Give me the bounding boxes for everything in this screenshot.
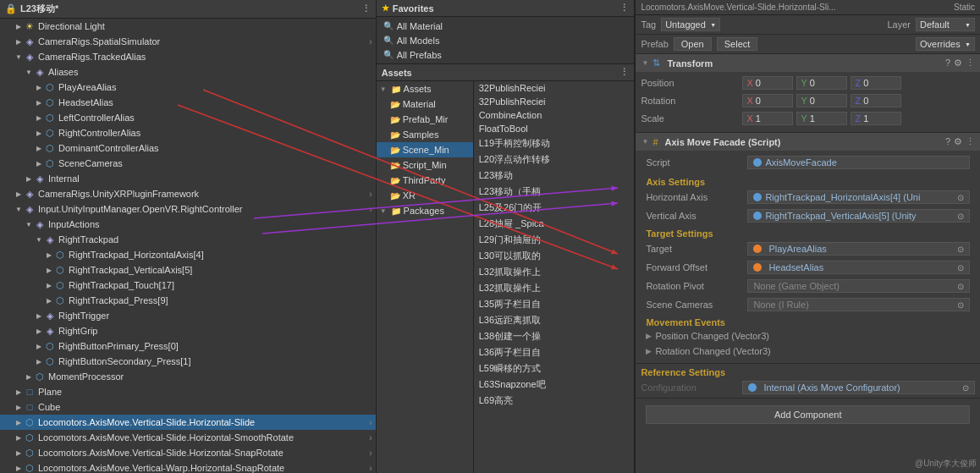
content-item-7[interactable]: L23移动（手柄 — [474, 184, 584, 200]
content-item-2[interactable]: CombineAction — [474, 108, 584, 122]
content-item-11[interactable]: L30可以抓取的 — [474, 248, 584, 264]
tree-item-moment-processor[interactable]: ▶⬡MomentProcessor — [0, 369, 376, 384]
pos-x-field[interactable]: X0 — [742, 76, 793, 90]
forward-offset-value-field[interactable]: HeadsetAlias ⊙ — [747, 261, 970, 274]
axis-info-icon[interactable]: ? — [945, 136, 950, 147]
content-item-17[interactable]: L36两子栏目自 — [474, 344, 584, 360]
prefab-open-btn[interactable]: Open — [674, 37, 712, 51]
content-item-6[interactable]: L23移动 — [474, 168, 584, 184]
content-item-10[interactable]: L29门和抽屉的 — [474, 232, 584, 248]
tree-item-scene-cameras[interactable]: ▶⬡SceneCameras — [0, 156, 376, 171]
assets-tree-item-packages[interactable]: ▼📁Packages — [377, 203, 473, 218]
content-item-4[interactable]: L19手柄控制移动 — [474, 135, 584, 151]
rotation-pivot-value-field[interactable]: None (Game Object) ⊙ — [747, 279, 970, 293]
forward-offset-selector-icon[interactable]: ⊙ — [957, 263, 964, 272]
fav-item-all-material[interactable]: 🔍All Material — [377, 19, 635, 33]
transform-header[interactable]: ⇅ Transform ? ⚙ ⋮ — [636, 54, 980, 72]
tree-item-right-controller-alias[interactable]: ▶⬡RightControllerAlias — [0, 125, 376, 140]
tree-item-right-trackpad-press[interactable]: ▶⬡RightTrackpad_Press[9] — [0, 293, 376, 308]
content-item-14[interactable]: L35两子栏目自 — [474, 296, 584, 312]
tree-item-right-trackpad-v[interactable]: ▶⬡RightTrackpad_VerticalAxis[5] — [0, 262, 376, 278]
content-item-20[interactable]: L69高亮 — [474, 393, 584, 409]
content-item-3[interactable]: FloatToBool — [474, 122, 584, 135]
assets-tree-item-xr[interactable]: 📂XR — [377, 188, 473, 203]
tree-item-dominant-controller-alias[interactable]: ▶⬡DominantControllerAlias — [0, 140, 376, 156]
prefab-overrides-dropdown[interactable]: Overrides — [916, 37, 975, 51]
fav-item-all-models[interactable]: 🔍All Models — [377, 33, 635, 47]
scale-y-field[interactable]: Y1 — [796, 112, 847, 125]
tree-item-input-unity[interactable]: ▼◈Input.UnityInputManager.OpenVR.RightCo… — [0, 201, 376, 217]
hierarchy-menu-icon[interactable]: ⋮ — [361, 3, 371, 14]
tree-item-cube[interactable]: ▶□Cube — [0, 399, 376, 415]
rot-changed-expand-icon[interactable] — [646, 347, 652, 355]
tree-item-plane[interactable]: ▶□Plane — [0, 384, 376, 399]
more-icon[interactable]: ⋮ — [966, 58, 975, 69]
fav-item-all-prefabs[interactable]: 🔍All Prefabs — [377, 47, 635, 62]
content-item-18[interactable]: L59瞬移的方式 — [474, 360, 584, 377]
axis-more-icon[interactable]: ⋮ — [966, 136, 975, 147]
tree-item-input-actions[interactable]: ▼◈InputActions — [0, 217, 376, 232]
vertical-axis-value-field[interactable]: RightTrackpad_VerticalAxis[5] (Unity ⊙ — [747, 209, 970, 223]
rot-z-field[interactable]: Z0 — [851, 94, 901, 107]
horizontal-axis-value-field[interactable]: RightTrackpad_HorizontalAxis[4] (Uni ⊙ — [747, 190, 970, 204]
tag-dropdown[interactable]: Untagged — [661, 18, 720, 31]
assets-tree-item-scene-min[interactable]: 📂Scene_Min — [377, 142, 473, 157]
content-item-8[interactable]: L25及26门的开 — [474, 200, 584, 216]
h-axis-selector-icon[interactable]: ⊙ — [957, 193, 964, 202]
configuration-value-field[interactable]: Internal (Axis Move Configurator) ⊙ — [742, 381, 975, 394]
scene-cameras-selector-icon[interactable]: ⊙ — [957, 300, 964, 310]
favorites-menu-icon[interactable]: ⋮ — [619, 3, 629, 14]
tree-item-locomotors-smooth[interactable]: ▶⬡Locomotors.AxisMove.Vertical-Slide.Hor… — [0, 430, 376, 445]
project-menu-icon[interactable]: ⋮ — [619, 67, 629, 78]
target-selector-icon[interactable]: ⊙ — [957, 245, 964, 254]
pos-changed-expand-icon[interactable] — [646, 332, 652, 340]
tree-item-aliases[interactable]: ▼◈Aliases — [0, 64, 376, 80]
assets-tree-item-prefab-mir[interactable]: 📂Prefab_Mir — [377, 112, 473, 127]
pos-y-field[interactable]: Y0 — [796, 76, 847, 90]
content-item-9[interactable]: L28抽屉 _Spica — [474, 216, 584, 232]
assets-tree-item-material[interactable]: 📂Material — [377, 96, 473, 112]
content-item-19[interactable]: L63Snapzone吧 — [474, 377, 584, 393]
tree-item-play-area-alias[interactable]: ▶⬡PlayAreaAlias — [0, 80, 376, 95]
tree-item-internal[interactable]: ▶◈Internal — [0, 171, 376, 186]
info-icon[interactable]: ? — [945, 58, 950, 69]
tree-item-camera-rigs-tracked[interactable]: ▼◈CameraRigs.TrackedAlias — [0, 49, 376, 64]
tree-item-right-trackpad-h[interactable]: ▶⬡RightTrackpad_HorizontalAxis[4] — [0, 247, 376, 262]
tree-item-right-btn-secondary[interactable]: ▶⬡RightButtonSecondary_Press[1] — [0, 354, 376, 369]
tree-item-locomotors-snap[interactable]: ▶⬡Locomotors.AxisMove.Vertical-Slide.Hor… — [0, 445, 376, 460]
assets-tree-item-assets-root[interactable]: ▼📁Assets — [377, 81, 473, 96]
rot-x-field[interactable]: X0 — [742, 94, 793, 107]
layer-dropdown[interactable]: Default — [916, 18, 975, 31]
config-selector-icon[interactable]: ⊙ — [962, 383, 969, 393]
content-item-1[interactable]: 32PublishReciei — [474, 95, 584, 108]
tree-item-left-controller-alias[interactable]: ▶⬡LeftControllerAlias — [0, 110, 376, 125]
tree-item-right-trigger[interactable]: ▶◈RightTrigger — [0, 308, 376, 323]
assets-tree-item-script-min[interactable]: 📂Script_Min — [377, 157, 473, 173]
tree-item-directional-light[interactable]: ▶☀Directional Light — [0, 19, 376, 34]
scale-x-field[interactable]: X1 — [742, 112, 793, 125]
tree-item-locomotors-selected[interactable]: ▶⬡Locomotors.AxisMove.Vertical-Slide.Hor… — [0, 415, 376, 430]
content-item-15[interactable]: L36远距离抓取 — [474, 312, 584, 328]
v-axis-selector-icon[interactable]: ⊙ — [957, 212, 964, 221]
settings-icon[interactable]: ⚙ — [954, 58, 962, 69]
assets-tree-item-thirdparty[interactable]: 📂ThirdParty — [377, 173, 473, 188]
rot-pivot-selector-icon[interactable]: ⊙ — [957, 282, 964, 291]
scene-cameras-value-field[interactable]: None (I Rule) ⊙ — [747, 298, 970, 311]
tree-item-locomotors-warp[interactable]: ▶⬡Locomotors.AxisMove.Vertical-Warp.Hori… — [0, 460, 376, 473]
axis-settings-icon[interactable]: ⚙ — [954, 136, 962, 147]
rot-y-field[interactable]: Y0 — [796, 94, 847, 107]
content-item-13[interactable]: L32抓取操作上 — [474, 280, 584, 296]
scale-z-field[interactable]: Z1 — [851, 112, 901, 125]
content-item-12[interactable]: L32抓取操作上 — [474, 264, 584, 280]
tree-item-camera-rigs-spatial[interactable]: ▶◈CameraRigs.SpatialSimulator› — [0, 34, 376, 49]
content-item-5[interactable]: L20浮点动作转移 — [474, 151, 584, 168]
add-component-btn[interactable]: Add Component — [646, 405, 970, 424]
tree-item-right-btn-primary[interactable]: ▶⬡RightButtonPrimary_Press[0] — [0, 338, 376, 354]
axis-move-header[interactable]: # Axis Move Facade (Script) ? ⚙ ⋮ — [636, 133, 980, 151]
content-item-0[interactable]: 32PublishReciei — [474, 81, 584, 95]
script-value-field[interactable]: AxisMoveFacade — [747, 156, 970, 169]
content-item-16[interactable]: L38创建一个操 — [474, 328, 584, 344]
assets-tree-item-samples[interactable]: 📂Samples — [377, 127, 473, 142]
tree-item-right-trackpad-touch[interactable]: ▶⬡RightTrackpad_Touch[17] — [0, 278, 376, 293]
pos-z-field[interactable]: Z0 — [851, 76, 901, 90]
